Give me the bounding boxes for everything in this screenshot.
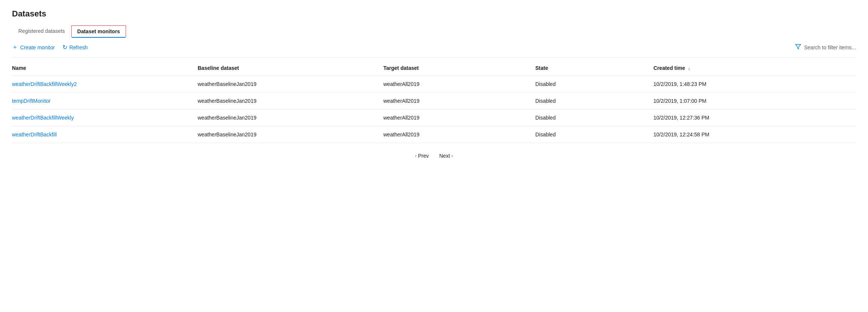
- cell-target: weatherAll2019: [384, 76, 535, 93]
- cell-name: weatherDriftBackfillWeekly: [12, 109, 198, 126]
- cell-state: Disabled: [535, 109, 653, 126]
- filter-icon: [795, 44, 801, 51]
- dataset-monitors-table: Name Baseline dataset Target dataset Sta…: [12, 61, 856, 143]
- cell-name: weatherDriftBackfill: [12, 126, 198, 143]
- prev-label: Prev: [418, 153, 429, 159]
- table-row: tempDriftMonitorweatherBaselineJan2019we…: [12, 93, 856, 109]
- create-monitor-label: Create monitor: [20, 44, 55, 50]
- table-row: weatherDriftBackfillWeekly2weatherBaseli…: [12, 76, 856, 93]
- refresh-button[interactable]: ↻ Refresh: [62, 42, 88, 52]
- cell-baseline: weatherBaselineJan2019: [198, 126, 384, 143]
- cell-created: 10/2/2019, 1:48:23 PM: [653, 76, 856, 93]
- plus-icon: ＋: [12, 43, 18, 51]
- refresh-label: Refresh: [70, 44, 88, 50]
- chevron-left-icon: ‹: [415, 153, 416, 158]
- monitor-link[interactable]: weatherDriftBackfillWeekly2: [12, 81, 77, 87]
- toolbar: ＋ Create monitor ↻ Refresh Search to fil…: [12, 37, 856, 58]
- table-row: weatherDriftBackfillweatherBaselineJan20…: [12, 126, 856, 143]
- table-header-row: Name Baseline dataset Target dataset Sta…: [12, 61, 856, 76]
- monitor-link[interactable]: weatherDriftBackfillWeekly: [12, 115, 74, 121]
- cell-state: Disabled: [535, 126, 653, 143]
- sort-desc-icon: ↓: [688, 66, 690, 71]
- next-button[interactable]: Next ›: [435, 151, 457, 161]
- column-header-created[interactable]: Created time ↓: [653, 61, 856, 76]
- tab-registered-datasets[interactable]: Registered datasets: [12, 25, 71, 37]
- toolbar-left: ＋ Create monitor ↻ Refresh: [12, 42, 88, 53]
- chevron-right-icon: ›: [452, 153, 453, 158]
- column-header-name[interactable]: Name: [12, 61, 198, 76]
- cell-state: Disabled: [535, 93, 653, 109]
- monitor-link[interactable]: weatherDriftBackfill: [12, 132, 57, 138]
- search-area[interactable]: Search to filter items...: [795, 44, 856, 51]
- cell-name: tempDriftMonitor: [12, 93, 198, 109]
- pagination: ‹ Prev Next ›: [12, 143, 856, 169]
- monitor-link[interactable]: tempDriftMonitor: [12, 98, 50, 104]
- cell-target: weatherAll2019: [384, 109, 535, 126]
- create-monitor-button[interactable]: ＋ Create monitor: [12, 42, 55, 53]
- cell-state: Disabled: [535, 76, 653, 93]
- refresh-icon: ↻: [62, 44, 67, 51]
- cell-baseline: weatherBaselineJan2019: [198, 76, 384, 93]
- cell-created: 10/2/2019, 12:24:58 PM: [653, 126, 856, 143]
- cell-target: weatherAll2019: [384, 126, 535, 143]
- search-placeholder-text: Search to filter items...: [804, 44, 856, 50]
- cell-name: weatherDriftBackfillWeekly2: [12, 76, 198, 93]
- tab-dataset-monitors[interactable]: Dataset monitors: [71, 25, 126, 37]
- column-header-baseline[interactable]: Baseline dataset: [198, 61, 384, 76]
- column-header-target[interactable]: Target dataset: [384, 61, 535, 76]
- next-label: Next: [439, 153, 450, 159]
- table-row: weatherDriftBackfillWeeklyweatherBaselin…: [12, 109, 856, 126]
- cell-target: weatherAll2019: [384, 93, 535, 109]
- column-header-state[interactable]: State: [535, 61, 653, 76]
- cell-baseline: weatherBaselineJan2019: [198, 93, 384, 109]
- prev-button[interactable]: ‹ Prev: [411, 151, 433, 161]
- cell-baseline: weatherBaselineJan2019: [198, 109, 384, 126]
- cell-created: 10/2/2019, 12:27:36 PM: [653, 109, 856, 126]
- page-title: Datasets: [12, 9, 856, 19]
- cell-created: 10/2/2019, 1:07:00 PM: [653, 93, 856, 109]
- tab-bar: Registered datasets Dataset monitors: [12, 25, 856, 37]
